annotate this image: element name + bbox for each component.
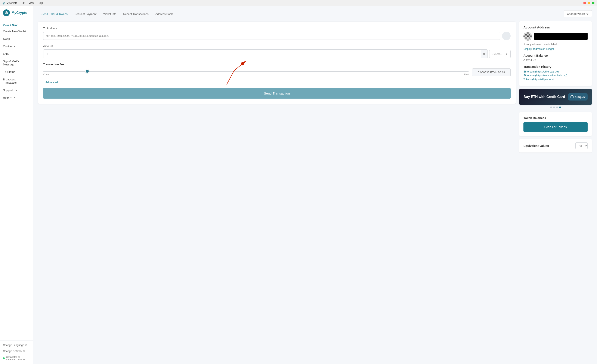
- display-on-ledger-link[interactable]: Display address on Ledger: [523, 47, 588, 50]
- to-address-input[interactable]: [43, 32, 500, 40]
- fee-label: Transaction Fee: [43, 63, 511, 66]
- chevron-down-icon: ▾: [506, 52, 507, 55]
- sidebar-item-tx-status[interactable]: TX Status: [0, 68, 33, 76]
- banner-dot-4[interactable]: [559, 106, 561, 108]
- tx-link-ethplorer[interactable]: Tokens (https://ethplorer.io): [523, 78, 588, 81]
- sidebar-change-network[interactable]: Change Network ⊙: [0, 348, 33, 354]
- banner-dot-2[interactable]: [553, 106, 555, 108]
- tab-address-book[interactable]: Address Book: [152, 10, 176, 18]
- balance-refresh-icon[interactable]: ↺: [533, 59, 536, 62]
- tab-wallet-info[interactable]: Wallet Info: [100, 10, 120, 18]
- sidebar-item-contracts[interactable]: Contracts: [0, 43, 33, 50]
- minimize-btn[interactable]: [588, 2, 590, 4]
- buy-eth-text: Buy ETH with Credit Card: [523, 95, 565, 99]
- sidebar-change-language[interactable]: Change Language ⊙: [0, 342, 33, 348]
- svg-rect-8: [530, 35, 532, 37]
- send-transaction-button[interactable]: Send Transaction: [43, 88, 511, 99]
- svg-rect-10: [529, 37, 530, 39]
- to-address-label: To Address: [43, 27, 511, 30]
- tx-link-etherchain[interactable]: Ethereum (https://www.etherchain.org): [523, 74, 588, 77]
- svg-rect-2: [523, 32, 525, 34]
- tab-request-payment[interactable]: Request Payment: [71, 10, 100, 18]
- fee-fast-label: Fast: [464, 73, 469, 76]
- maximize-btn[interactable]: [592, 2, 594, 4]
- equiv-values-select[interactable]: All: [575, 142, 588, 149]
- token-balances-title: Token Balances: [523, 116, 588, 120]
- tab-send-ether[interactable]: Send Ether & Tokens: [38, 10, 71, 18]
- copy-icon: ⧉: [524, 43, 525, 46]
- app-title: ◎ MyCrypto: [3, 1, 17, 5]
- logo-text: MyCrypto: [12, 11, 27, 15]
- amount-input[interactable]: [43, 50, 481, 58]
- copy-address-link[interactable]: ⧉ copy address: [524, 43, 541, 46]
- amount-label: Amount: [43, 45, 511, 48]
- fee-slider[interactable]: [43, 71, 469, 72]
- amount-stepper[interactable]: [481, 50, 487, 58]
- simplex-logo: ⬡ s¹mplex: [568, 93, 588, 101]
- change-wallet-bar: Change Wallet ↺: [519, 10, 592, 17]
- svg-rect-4: [525, 34, 527, 35]
- sidebar-item-sign-verify[interactable]: Sign & Verify Message: [0, 57, 33, 68]
- scan-tokens-button[interactable]: Scan For Tokens: [523, 122, 588, 132]
- account-address-title: Account Address: [523, 25, 588, 29]
- tab-recent-transactions[interactable]: Recent Transactions: [120, 10, 152, 18]
- equivalent-values-card: Equivalent Values All: [519, 139, 592, 152]
- svg-rect-3: [527, 32, 529, 34]
- account-address-display: [534, 33, 588, 40]
- close-btn[interactable]: [583, 2, 586, 4]
- svg-rect-5: [529, 34, 530, 35]
- tx-history-section: Transaction History Ethereum (https://et…: [523, 65, 588, 81]
- tx-link-etherscan[interactable]: Ethereum (https://etherscan.io): [523, 70, 588, 73]
- refresh-icon: ↺: [586, 12, 589, 16]
- sidebar-logo: MyCrypto: [0, 6, 33, 20]
- banner-dot-1[interactable]: [550, 106, 552, 108]
- balance-title: Account Balance: [523, 54, 588, 57]
- amount-up-arrow: [483, 52, 485, 54]
- svg-rect-11: [523, 39, 525, 41]
- window-controls: [583, 2, 594, 4]
- amount-down-arrow: [483, 54, 485, 55]
- banner-dot-3[interactable]: [556, 106, 558, 108]
- token-balances-card: Token Balances Scan For Tokens: [519, 112, 592, 136]
- svg-rect-6: [523, 35, 525, 37]
- advanced-toggle[interactable]: + Advanced: [43, 81, 58, 84]
- account-avatar: [523, 32, 532, 41]
- account-card: Account Address: [519, 21, 592, 86]
- svg-rect-12: [527, 39, 529, 41]
- change-wallet-button[interactable]: Change Wallet ↺: [564, 10, 592, 17]
- sidebar-item-support[interactable]: Support Us: [0, 87, 33, 94]
- logo-icon: [3, 9, 10, 16]
- settings-icon: ⊙: [25, 344, 27, 347]
- svg-rect-13: [530, 39, 532, 41]
- token-select[interactable]: Select... ▾: [489, 50, 511, 58]
- titlebar: ◎ MyCrypto Edit View Help: [0, 0, 597, 6]
- sidebar-item-swap[interactable]: Swap: [0, 35, 33, 43]
- menu-help[interactable]: Help: [38, 1, 43, 5]
- send-form-card: To Address Amount: [38, 22, 516, 104]
- network-status: Connected to Ethereum network: [0, 354, 33, 362]
- sidebar-item-help[interactable]: Help ↗ ↗: [0, 94, 33, 101]
- sidebar-item-create-wallet[interactable]: Create New Wallet: [0, 28, 33, 35]
- balance-value: 0 ETH ↺: [523, 59, 588, 62]
- settings-icon-2: ⊙: [23, 350, 25, 353]
- sidebar-item-broadcast[interactable]: Broadcast Transaction: [0, 76, 33, 87]
- svg-rect-7: [527, 35, 529, 37]
- sidebar-item-view-send[interactable]: View & Send: [0, 22, 33, 28]
- buy-eth-banner-wrap: Buy ETH with Credit Card ⬡ s¹mplex: [519, 89, 592, 109]
- network-dot-green: [3, 357, 5, 359]
- external-link-icon: ↗: [13, 96, 15, 99]
- titlebar-menu: Edit View Help: [21, 1, 43, 5]
- menu-edit[interactable]: Edit: [21, 1, 25, 5]
- fee-cheap-label: Cheap: [43, 73, 50, 76]
- svg-rect-9: [525, 37, 527, 39]
- menu-view[interactable]: View: [29, 1, 34, 5]
- fee-value-display: 0.000636 ETH / $0.19: [472, 68, 511, 76]
- add-label-link[interactable]: ✏ add label: [544, 43, 557, 46]
- account-actions: ⧉ copy address ✏ add label: [523, 43, 588, 46]
- sidebar: MyCrypto View & Send Create New Wallet S…: [0, 6, 33, 364]
- sidebar-item-ens[interactable]: ENS: [0, 50, 33, 57]
- tx-history-title: Transaction History: [523, 65, 588, 68]
- buy-eth-card[interactable]: Buy ETH with Credit Card ⬡ s¹mplex: [519, 89, 592, 105]
- equiv-values-title: Equivalent Values: [523, 144, 549, 148]
- tab-bar: Send Ether & Tokens Request Payment Wall…: [38, 10, 516, 18]
